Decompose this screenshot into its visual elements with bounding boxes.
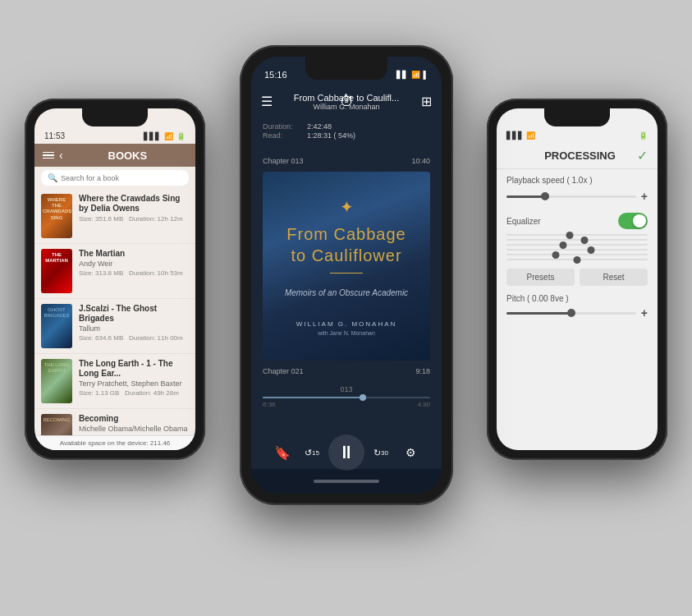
settings-control[interactable]: ⚙	[397, 439, 424, 466]
eq-band-1	[506, 234, 648, 236]
eq-band-4	[506, 249, 648, 251]
book-info: J.Scalzi - The Ghost Brigades Tallum Siz…	[79, 304, 189, 342]
pitch-handle[interactable]	[567, 309, 575, 317]
bookmark-control[interactable]: 🔖	[269, 439, 296, 466]
left-screen: 11:53 ▋▋▋ 📶 🔋 ‹ BOOKS 🔍 WH	[34, 108, 195, 450]
read-value: 1:28:31 ( 54%)	[307, 131, 355, 140]
book-list: WHERE THE CRAWDADS SING Where the Crawda…	[34, 189, 195, 435]
right-header: PROCESSING ✓	[497, 143, 658, 169]
eq-handle[interactable]	[552, 251, 560, 259]
list-item[interactable]: GHOST BRIGADES J.Scalzi - The Ghost Brig…	[34, 299, 195, 354]
eq-slider[interactable]	[506, 244, 648, 246]
left-phone: 11:53 ▋▋▋ 📶 🔋 ‹ BOOKS 🔍 WH	[25, 99, 205, 460]
left-header: ‹ BOOKS	[34, 144, 195, 167]
book-info: The Long Earth - 1 - The Long Ear... Ter…	[79, 359, 189, 397]
playback-plus-icon[interactable]: +	[641, 190, 648, 203]
progress-area: 013 6:36 4:30	[251, 385, 442, 408]
list-item[interactable]: THE MARTIAN The Martian Andy Weir Size: …	[34, 244, 195, 299]
back-icon[interactable]: ‹	[59, 149, 63, 162]
pitch-section: Pitch ( 0.00 8ve ) +	[497, 291, 658, 323]
eq-handle[interactable]	[574, 256, 581, 264]
center-status-icons: ▋▋ 📶 ▌	[396, 71, 428, 79]
eq-sliders	[506, 234, 648, 260]
eq-slider[interactable]	[506, 249, 648, 251]
playback-speed-row: +	[506, 190, 648, 203]
right-wifi-icon: 📶	[526, 131, 535, 140]
eq-handle[interactable]	[559, 241, 566, 249]
chapter-bottom-time: 9:18	[415, 367, 430, 375]
right-notch	[544, 108, 610, 126]
book-title: Where the Crawdads Sing by Delia Owens	[79, 194, 189, 214]
playback-speed-section: Playback speed ( 1.0x ) +	[497, 169, 658, 209]
right-phone: ▋▋▋ 📶 🔋 PROCESSING ✓ Playback speed ( 1.…	[487, 99, 667, 460]
rewind-15-button[interactable]: ↺ 15	[299, 439, 325, 466]
book-author: Andy Weir	[79, 260, 189, 268]
equalizer-toggle[interactable]	[618, 213, 648, 229]
left-notch	[82, 108, 148, 126]
eq-handle[interactable]	[588, 246, 595, 254]
playback-speed-label: Playback speed ( 1.0x )	[506, 176, 648, 185]
eq-band-6	[506, 259, 648, 260]
left-signal-icon: ▋▋▋	[144, 132, 161, 140]
storage-footer: Available space on the device: 211.46	[34, 435, 195, 450]
list-item[interactable]: BECOMING Becoming Michelle Obama/Michell…	[34, 409, 195, 435]
book-meta: Size: 351.6 MB Duration: 12h 12m	[79, 215, 189, 223]
search-input[interactable]	[61, 174, 182, 182]
eq-slider[interactable]	[506, 259, 648, 260]
pause-button[interactable]: ⏸	[328, 434, 364, 471]
time-start: 6:36	[263, 401, 276, 408]
pitch-plus-icon[interactable]: +	[641, 306, 648, 319]
eq-handle[interactable]	[580, 237, 588, 244]
list-item[interactable]: WHERE THE CRAWDADS SING Where the Crawda…	[34, 189, 195, 244]
right-battery-icon: 🔋	[639, 131, 648, 140]
duration-label: Duration:	[263, 122, 304, 131]
time-end: 4:30	[417, 401, 430, 408]
playback-handle[interactable]	[541, 192, 549, 200]
book-meta: Size: 1.13 GB Duration: 49h 28m	[79, 389, 189, 397]
book-title: Becoming	[79, 414, 189, 424]
cover-subtitle: Memoirs of an Obscure Academic	[285, 288, 408, 297]
book-cover: WHERE THE CRAWDADS SING	[41, 194, 72, 238]
presets-button[interactable]: Presets	[506, 269, 575, 286]
pitch-slider[interactable]	[506, 312, 636, 315]
reset-button[interactable]: Reset	[580, 269, 648, 286]
playback-fill	[506, 195, 545, 198]
left-battery-icon: 🔋	[176, 132, 186, 140]
cover-title-line1: From Cabbage	[286, 223, 406, 245]
left-wifi-icon: 📶	[164, 132, 173, 140]
eq-slider[interactable]	[506, 234, 648, 236]
wifi-icon: 📶	[411, 71, 420, 79]
battery-icon: ▌	[424, 71, 428, 79]
search-icon: 🔍	[48, 173, 57, 182]
equalizer-section: Equalizer	[497, 209, 658, 264]
hamburger-icon[interactable]	[43, 152, 54, 159]
playback-controls: 🔖 ↺ 15 ⏸ ↻ 30 ⚙	[251, 434, 442, 471]
read-label: Read:	[263, 131, 304, 140]
eq-handle[interactable]	[566, 232, 574, 239]
progress-bar[interactable]	[263, 397, 430, 398]
list-item[interactable]: THE LONG EARTH The Long Earth - 1 - The …	[34, 354, 195, 409]
book-cover: BECOMING	[41, 414, 72, 435]
book-cover: GHOST BRIGADES	[41, 304, 72, 348]
presets-row: Presets Reset	[497, 264, 658, 291]
duration-value: 2:42:48	[307, 122, 332, 131]
book-meta: Size: 313.8 MB Duration: 10h 53m	[79, 269, 189, 277]
playback-speed-slider[interactable]	[506, 195, 636, 198]
pitch-label: Pitch ( 0.00 8ve )	[506, 294, 648, 303]
eq-slider[interactable]	[506, 239, 648, 241]
progress-handle[interactable]	[360, 394, 366, 401]
search-bar[interactable]: 🔍	[41, 170, 189, 186]
chapter-top-label: Chapter 013	[263, 157, 304, 165]
book-info: Where the Crawdads Sing by Delia Owens S…	[79, 194, 189, 223]
center-screen: 15:16 ▋▋ 📶 ▌ ☰ ⏱ ⊞ From Cabbage to Cauli…	[251, 57, 442, 494]
book-author: Tallum	[79, 324, 189, 333]
center-home-bar	[251, 469, 442, 494]
center-book-author: William G. Monahan	[276, 103, 417, 111]
confirm-icon[interactable]: ✓	[637, 148, 648, 163]
book-title-area: From Cabbage to Caulifl... William G. Mo…	[251, 93, 442, 111]
forward-30-button[interactable]: ↻ 30	[368, 439, 394, 466]
center-time: 15:16	[264, 70, 287, 80]
chapter-indicator: 013	[263, 385, 430, 393]
progress-fill	[263, 397, 363, 398]
book-cover: THE MARTIAN	[41, 249, 72, 293]
